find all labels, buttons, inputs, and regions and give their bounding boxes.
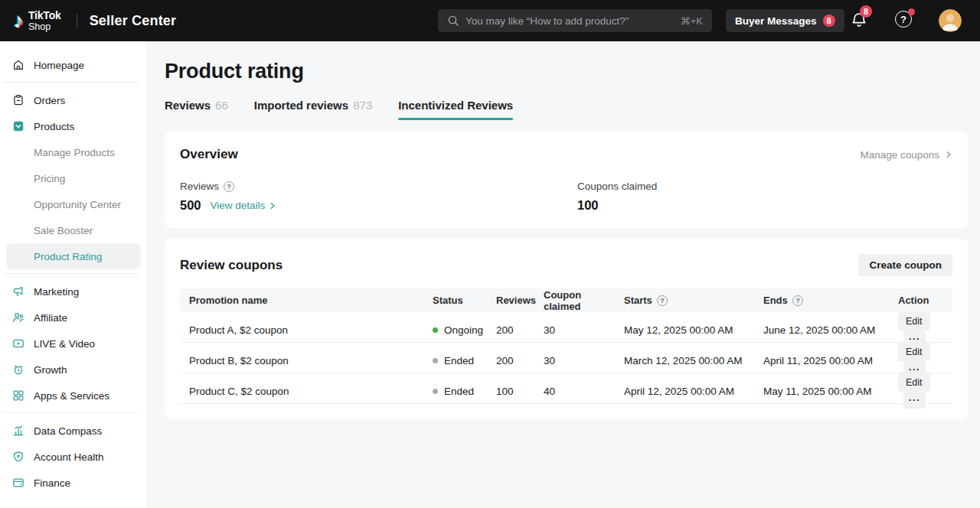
coupons-table: Promotion name Status Reviews Coupon cla…: [180, 288, 952, 404]
products-box-icon: [12, 120, 24, 132]
column-ends: Ends?: [756, 295, 892, 306]
cell-claimed: 40: [536, 386, 616, 397]
tab-imported-reviews[interactable]: Imported reviews873: [254, 99, 372, 120]
cell-starts: April 12, 2025 00:00 AM: [616, 386, 756, 397]
table-header-row: Promotion name Status Reviews Coupon cla…: [180, 288, 952, 312]
sidebar-item-live-video[interactable]: LIVE & Video: [0, 331, 147, 357]
column-action: Action: [892, 295, 952, 306]
help-icon[interactable]: ?: [792, 295, 803, 306]
cell-promotion-name: Product C, $2 coupon: [180, 386, 425, 397]
search-shortcut: ⌘+K: [681, 15, 703, 27]
column-status: Status: [425, 295, 488, 306]
cell-reviews: 200: [488, 355, 536, 366]
megaphone-icon: [12, 285, 24, 298]
sidebar-item-finance[interactable]: Finance: [0, 470, 147, 496]
sidebar-item-marketing[interactable]: Marketing: [0, 278, 147, 304]
more-actions-button[interactable]: ···: [903, 392, 926, 409]
cell-claimed: 30: [536, 324, 616, 336]
cell-action: Edit···: [892, 373, 952, 409]
sidebar-item-sale-booster[interactable]: Sale Booster: [0, 217, 147, 243]
top-header: ♪ TikTok Shop Seller Center You may like…: [0, 0, 980, 41]
app-title: Seller Center: [90, 13, 177, 29]
metric-reviews: Reviews ? 500 View details: [180, 181, 577, 213]
search-placeholder: You may like “How to add product?”: [466, 15, 675, 27]
logo-text: TikTok Shop: [28, 10, 61, 32]
edit-button[interactable]: Edit: [898, 343, 930, 361]
coupons-claimed-label: Coupons claimed: [577, 181, 657, 192]
sidebar-subitem-label: Opportunity Center: [34, 199, 121, 210]
column-reviews: Reviews: [488, 295, 536, 306]
tab-label: Reviews: [165, 99, 211, 112]
notifications-badge: 8: [860, 5, 872, 18]
edit-button[interactable]: Edit: [898, 373, 930, 392]
column-promotion-name: Promotion name: [180, 295, 425, 306]
alarm-clock-icon: [12, 363, 24, 376]
tiktok-shop-logo[interactable]: ♪ TikTok Shop Seller Center: [14, 0, 176, 41]
sidebar-item-orders[interactable]: Orders: [0, 87, 147, 113]
tiktok-note-icon: ♪: [14, 11, 24, 31]
shield-icon: [12, 451, 24, 463]
sidebar-item-products[interactable]: Products: [0, 113, 147, 139]
tab-incentivized-reviews[interactable]: Incentivized Reviews: [398, 99, 513, 120]
buyer-messages-label: Buyer Messages: [735, 15, 817, 27]
cell-ends: May 11, 2025 00:00 AM: [756, 386, 892, 397]
sidebar-item-pricing[interactable]: Pricing: [0, 165, 147, 191]
sidebar-item-label: Affiliate: [34, 312, 67, 324]
sidebar-item-label: Growth: [34, 364, 67, 376]
help-icon[interactable]: ?: [657, 295, 668, 306]
view-details-link[interactable]: View details: [211, 200, 277, 211]
tab-bar: Reviews66 Imported reviews873 Incentiviz…: [165, 99, 968, 120]
buyer-messages-badge: 8: [823, 15, 835, 27]
sidebar-item-homepage[interactable]: Homepage: [0, 52, 147, 78]
people-icon: [12, 311, 24, 324]
logo-divider: [77, 14, 77, 28]
global-search-input[interactable]: You may like “How to add product?” ⌘+K: [438, 9, 712, 32]
logo-line1: TikTok: [28, 10, 61, 21]
sidebar-item-label: Products: [34, 121, 74, 132]
cell-ends: April 11, 2025 00:00 AM: [756, 355, 892, 366]
sidebar-item-apps-services[interactable]: Apps & Services: [0, 383, 147, 409]
help-notification-dot: [908, 8, 915, 15]
video-icon: [12, 337, 24, 350]
grid-icon: [12, 389, 24, 402]
create-coupon-button[interactable]: Create coupon: [858, 254, 952, 276]
main-content: Product rating Reviews66 Imported review…: [148, 41, 980, 508]
sidebar-item-data-compass[interactable]: Data Compass: [0, 418, 147, 444]
avatar-image: [939, 9, 962, 32]
sidebar-item-affiliate[interactable]: Affiliate: [0, 304, 147, 331]
help-icon[interactable]: ?: [224, 181, 234, 192]
sidebar-item-label: Data Compass: [34, 425, 102, 437]
avatar[interactable]: [939, 9, 962, 32]
column-coupon-claimed: Coupon claimed: [536, 289, 616, 312]
manage-coupons-link[interactable]: Manage coupons: [860, 149, 952, 161]
review-coupons-card: Review coupons Create coupon Promotion n…: [165, 239, 968, 419]
cell-status: Ended: [425, 386, 488, 397]
cell-promotion-name: Product A, $2 coupon: [180, 324, 425, 336]
cell-reviews: 100: [488, 386, 536, 397]
buyer-messages-button[interactable]: Buyer Messages 8: [726, 9, 844, 32]
sidebar-item-opportunity-center[interactable]: Opportunity Center: [0, 191, 147, 217]
sidebar-item-growth[interactable]: Growth: [0, 357, 147, 383]
logo-line2: Shop: [28, 22, 61, 32]
reviews-metric-value: 500: [180, 198, 201, 213]
help-button[interactable]: ?: [895, 11, 915, 31]
notifications-button[interactable]: 8: [850, 11, 870, 31]
tab-count: 873: [353, 99, 372, 112]
sidebar-item-account-health[interactable]: Account Health: [0, 444, 147, 470]
search-icon: [447, 15, 459, 27]
overview-card: Overview Manage coupons Reviews ? 500 Vi…: [165, 132, 968, 228]
sidebar-subitem-label: Product Rating: [34, 251, 102, 262]
cell-reviews: 200: [488, 324, 536, 336]
sidebar-item-label: Orders: [34, 95, 65, 106]
bar-chart-icon: [12, 425, 24, 437]
home-icon: [12, 59, 24, 71]
card-icon: [12, 477, 24, 489]
sidebar-item-manage-products[interactable]: Manage Products: [0, 139, 147, 165]
tab-reviews[interactable]: Reviews66: [165, 99, 228, 120]
coupons-claimed-value: 100: [577, 198, 599, 213]
sidebar-item-product-rating[interactable]: Product Rating: [6, 243, 141, 269]
sidebar-item-label: Marketing: [34, 286, 79, 298]
table-row: Product A, $2 coupon Ongoing 200 30 May …: [180, 312, 952, 343]
cell-promotion-name: Product B, $2 coupon: [180, 355, 425, 366]
edit-button[interactable]: Edit: [898, 312, 930, 331]
